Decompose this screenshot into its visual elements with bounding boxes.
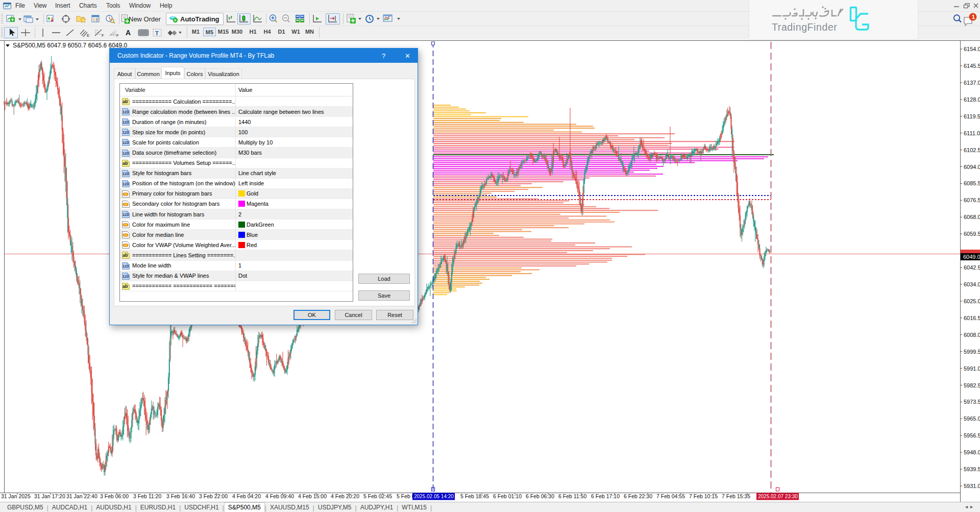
svg-text:2025.02.05 14:20: 2025.02.05 14:20 (414, 494, 454, 499)
svg-text:6042.5: 6042.5 (964, 264, 980, 271)
svg-text:123: 123 (122, 212, 129, 217)
svg-text:6137.0: 6137.0 (964, 80, 980, 86)
svg-text:6085.5: 6085.5 (964, 180, 980, 186)
svg-text:123: 123 (122, 182, 129, 186)
svg-text:3 Feb 16:40: 3 Feb 16:40 (166, 493, 195, 499)
svg-text:ab: ab (122, 161, 128, 166)
svg-text:3 Feb 11:20: 3 Feb 11:20 (133, 493, 161, 499)
svg-text:6059.5: 6059.5 (964, 231, 980, 237)
svg-text:6 Feb 22:30: 6 Feb 22:30 (624, 493, 652, 499)
svg-text:6034.0: 6034.0 (964, 281, 980, 287)
svg-text:4 Feb 15:00: 4 Feb 15:00 (298, 493, 327, 499)
svg-text:123: 123 (122, 172, 129, 176)
svg-text:3 Feb 22:00: 3 Feb 22:00 (199, 493, 228, 499)
svg-text:5965.0: 5965.0 (964, 416, 980, 422)
svg-text:6119.5: 6119.5 (964, 113, 980, 119)
svg-text:4 Feb 09:40: 4 Feb 09:40 (265, 493, 294, 499)
svg-text:123: 123 (122, 274, 129, 279)
svg-text:5 Feb 18:45: 5 Feb 18:45 (460, 493, 489, 499)
svg-text:31 Jan 2025: 31 Jan 2025 (1, 493, 31, 499)
svg-text:F: F (102, 33, 104, 37)
svg-text:123: 123 (122, 120, 129, 125)
svg-text:5991.0: 5991.0 (964, 365, 980, 372)
svg-text:6128.0: 6128.0 (964, 96, 980, 103)
svg-text:6049.0: 6049.0 (963, 254, 980, 260)
svg-text:6111.0: 6111.0 (964, 130, 980, 136)
svg-text:6008.0: 6008.0 (964, 332, 980, 338)
svg-text:ab: ab (122, 99, 128, 104)
svg-text:5939.5: 5939.5 (964, 466, 980, 472)
svg-text:TradingFinder: TradingFinder (772, 21, 837, 33)
svg-text:7 Feb 15:35: 7 Feb 15:35 (722, 493, 750, 499)
svg-text:5999.5: 5999.5 (964, 349, 980, 355)
svg-text:123: 123 (122, 110, 129, 114)
svg-text:1: 1 (972, 14, 975, 20)
svg-text:5931.0: 5931.0 (964, 483, 980, 489)
svg-text:6154.0: 6154.0 (964, 46, 980, 52)
svg-text:6 Feb 06:30: 6 Feb 06:30 (526, 493, 554, 499)
svg-text:5948.0: 5948.0 (964, 449, 980, 455)
svg-text:6102.5: 6102.5 (964, 147, 980, 153)
svg-text:123: 123 (122, 130, 129, 135)
svg-text:6145.5: 6145.5 (964, 63, 980, 69)
svg-text:4 Feb 04:20: 4 Feb 04:20 (232, 493, 261, 499)
svg-text:6016.5: 6016.5 (964, 315, 980, 321)
svg-text:31 Jan 17:20: 31 Jan 17:20 (34, 493, 65, 499)
svg-text:6 Feb 17:10: 6 Feb 17:10 (591, 493, 620, 499)
svg-text:5956.5: 5956.5 (964, 432, 980, 438)
svg-text:T: T (155, 30, 159, 36)
svg-text:6025.0: 6025.0 (964, 298, 980, 304)
svg-text:5973.5: 5973.5 (964, 399, 980, 405)
svg-text:4 Feb 20:20: 4 Feb 20:20 (331, 493, 359, 499)
svg-text:ab: ab (122, 253, 128, 258)
svg-text:6068.0: 6068.0 (964, 214, 980, 220)
svg-text:2025.02.07 23:30: 2025.02.07 23:30 (758, 494, 798, 499)
svg-text:5982.5: 5982.5 (964, 382, 980, 388)
svg-text:123: 123 (122, 264, 129, 269)
svg-text:F: F (116, 33, 119, 37)
svg-text:6094.0: 6094.0 (964, 164, 980, 170)
svg-text:ab: ab (122, 284, 128, 289)
svg-text:31 Jan 22:40: 31 Jan 22:40 (66, 493, 97, 499)
svg-text:123: 123 (122, 140, 129, 145)
svg-text:7 Feb 10:15: 7 Feb 10:15 (689, 493, 718, 499)
svg-text:123: 123 (122, 151, 129, 156)
svg-text:E: E (87, 33, 89, 37)
svg-text:5 Feb 02:45: 5 Feb 02:45 (363, 493, 392, 499)
svg-text:3 Feb 06:00: 3 Feb 06:00 (100, 493, 129, 499)
svg-text:6076.5: 6076.5 (964, 197, 980, 203)
svg-text:6 Feb 11:50: 6 Feb 11:50 (558, 493, 586, 499)
svg-text:6 Feb 01:10: 6 Feb 01:10 (493, 493, 522, 499)
